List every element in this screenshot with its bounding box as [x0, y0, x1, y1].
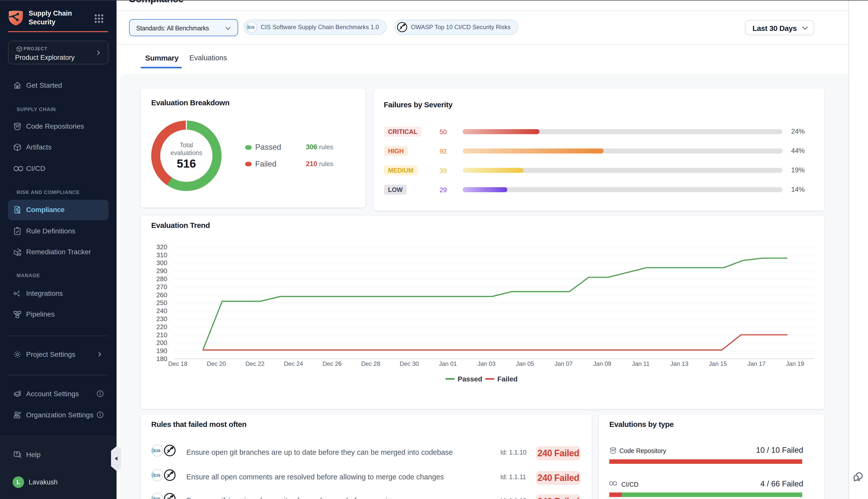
svg-text:Jan 07: Jan 07 — [555, 360, 573, 367]
svg-text:300: 300 — [157, 259, 167, 267]
svg-text:Dec 28: Dec 28 — [361, 360, 380, 367]
svg-text:290: 290 — [157, 267, 167, 275]
svg-text:Dec 24: Dec 24 — [284, 360, 303, 367]
svg-text:CIS: CIS — [249, 25, 255, 29]
svg-text:Dec 18: Dec 18 — [168, 360, 187, 367]
svg-text:Dec 22: Dec 22 — [245, 360, 264, 367]
svg-text:Jan 09: Jan 09 — [593, 360, 611, 367]
svg-text:CIS: CIS — [154, 449, 160, 453]
svg-text:Jan 01: Jan 01 — [439, 360, 457, 367]
svg-text:Jan 11: Jan 11 — [632, 360, 649, 367]
svg-text:190: 190 — [157, 347, 167, 354]
svg-text:Jan 05: Jan 05 — [516, 360, 534, 367]
svg-text:220: 220 — [157, 323, 167, 331]
svg-text:Jan 15: Jan 15 — [709, 360, 727, 367]
svg-text:CIS: CIS — [154, 497, 160, 499]
svg-text:320: 320 — [157, 243, 167, 251]
svg-text:Jan 17: Jan 17 — [747, 360, 766, 367]
svg-text:230: 230 — [157, 315, 167, 322]
svg-text:Failed: Failed — [497, 375, 518, 383]
svg-text:Dec 20: Dec 20 — [207, 360, 226, 367]
svg-text:Jan 19: Jan 19 — [786, 360, 804, 367]
svg-text:200: 200 — [157, 339, 167, 346]
svg-text:180: 180 — [157, 355, 167, 363]
svg-text:Passed: Passed — [458, 375, 482, 383]
svg-text:310: 310 — [157, 251, 167, 259]
svg-text:210: 210 — [157, 331, 167, 339]
svg-text:Jan 03: Jan 03 — [478, 360, 496, 367]
svg-text:260: 260 — [157, 291, 167, 299]
svg-text:Dec 26: Dec 26 — [322, 360, 342, 367]
svg-text:Jan 13: Jan 13 — [670, 360, 689, 367]
svg-text:Dec 30: Dec 30 — [400, 360, 419, 367]
svg-text:270: 270 — [157, 283, 167, 291]
svg-text:250: 250 — [157, 299, 167, 306]
svg-text:CIS: CIS — [154, 473, 160, 477]
svg-text:240: 240 — [157, 307, 167, 315]
svg-text:280: 280 — [157, 275, 167, 283]
